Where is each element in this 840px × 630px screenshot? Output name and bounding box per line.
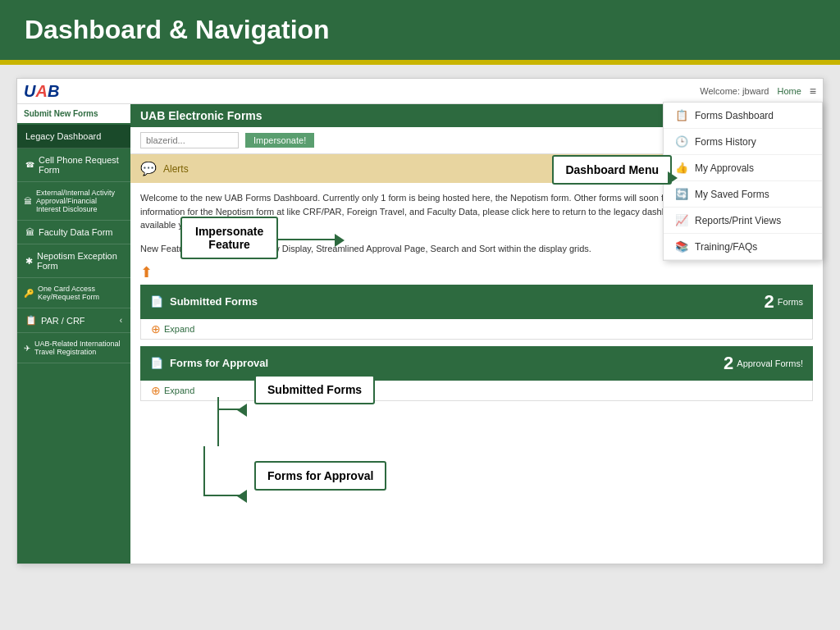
sidebar-item-label: One Card Access Key/Request Form (38, 285, 122, 301)
sidebar-item-label: UAB-Related International Travel Registr… (34, 340, 122, 356)
slide-header: Dashboard & Navigation (0, 0, 840, 60)
submitted-forms-title-group: 📄 Submitted Forms (150, 295, 258, 308)
phone-icon: ☎ (25, 161, 34, 169)
app-topbar: UAB Welcome: jbward Home ≡ (17, 79, 823, 104)
par-icon: 📋 (25, 315, 37, 326)
sidebar-item-label: PAR / CRF (41, 316, 85, 326)
upload-icon[interactable]: ⬆ (140, 264, 153, 281)
nepotism-icon: ✱ (25, 256, 33, 267)
menu-item-label: Training/FAQs (695, 241, 757, 253)
forms-approval-count: 2 (724, 353, 733, 374)
menu-item-label: Forms History (695, 136, 756, 148)
menu-item-approvals[interactable]: 👍 My Approvals (664, 155, 822, 181)
expand-icon: ⊕ (151, 322, 161, 336)
key-icon: 🔑 (24, 289, 34, 298)
sidebar-item-onecard[interactable]: 🔑 One Card Access Key/Request Form (17, 278, 130, 308)
submitted-forms-title: Submitted Forms (170, 295, 258, 308)
menu-item-reports[interactable]: 📈 Reports/Print Views (664, 208, 822, 234)
forms-approval-count-label: Approval Forms! (737, 358, 803, 368)
slide-title: Dashboard & Navigation (25, 15, 815, 45)
impersonate-input[interactable] (140, 132, 239, 148)
reports-icon: 📈 (675, 214, 688, 226)
impersonate-button[interactable]: Impersonate! (245, 133, 314, 148)
sidebar-item-label: Nepotism Exception Form (37, 251, 122, 271)
alerts-label: Alerts (163, 163, 189, 175)
expand-label: Expand (164, 324, 194, 334)
submitted-forms-icon: 📄 (150, 295, 163, 308)
submitted-forms-count-label: Forms (778, 297, 803, 307)
menu-item-label: Forms Dashboard (695, 110, 774, 121)
sidebar-item-label: Cell Phone Request Form (39, 155, 122, 175)
submitted-forms-card: 📄 Submitted Forms 2 Forms ⊕ Expand (140, 285, 813, 340)
travel-icon: ✈ (24, 344, 30, 353)
submitted-forms-count-group: 2 Forms (765, 291, 803, 313)
submitted-forms-header: 📄 Submitted Forms 2 Forms (140, 285, 813, 319)
menu-item-saved[interactable]: 🔄 My Saved Forms (664, 181, 822, 208)
saved-icon: 🔄 (675, 188, 688, 200)
forms-approval-icon: 📄 (150, 357, 163, 369)
forms-approval-count-group: 2 Approval Forms! (724, 353, 803, 374)
training-icon: 📚 (675, 240, 688, 253)
menu-item-training[interactable]: 📚 Training/FAQs (664, 234, 822, 260)
app-body: Submit New Forms Legacy Dashboard ☎ Cell… (17, 104, 823, 564)
uab-logo: UAB (24, 82, 59, 100)
forms-approval-title: Forms for Approval (170, 357, 268, 369)
topbar-right: Welcome: jbward Home ≡ (700, 84, 816, 98)
menu-item-label: Reports/Print Views (695, 215, 781, 226)
app-frame: UAB Welcome: jbward Home ≡ Submit New Fo… (16, 78, 824, 564)
sidebar-item-par[interactable]: 📋 PAR / CRF ‹ (17, 308, 130, 333)
menu-item-label: My Approvals (695, 162, 754, 174)
approvals-icon: 👍 (675, 162, 688, 174)
sidebar: Submit New Forms Legacy Dashboard ☎ Cell… (17, 104, 130, 564)
expand-label-2: Expand (164, 386, 194, 395)
menu-icon[interactable]: ≡ (810, 84, 816, 98)
menu-item-dashboard[interactable]: 📋 Forms Dashboard (664, 103, 822, 129)
sidebar-item-label: Legacy Dashboard (25, 131, 101, 141)
dashboard-menu: 📋 Forms Dashboard 🕒 Forms History 👍 My A… (663, 102, 823, 261)
sidebar-item-label: External/Internal Activity Approval/Fina… (36, 189, 122, 213)
sidebar-item-legacy[interactable]: Legacy Dashboard (17, 125, 130, 148)
welcome-text: Welcome: jbward (700, 86, 769, 96)
upload-row: ⬆ (130, 260, 823, 285)
submitted-forms-count: 2 (765, 291, 774, 313)
history-icon: 🕒 (675, 135, 688, 148)
submitted-forms-expand[interactable]: ⊕ Expand (140, 319, 813, 340)
faculty-icon: 🏛 (25, 227, 34, 237)
building-icon: 🏛 (24, 197, 32, 206)
alerts-icon: 💬 (140, 161, 157, 176)
sidebar-item-nepotism[interactable]: ✱ Nepotism Exception Form (17, 244, 130, 278)
sidebar-item-activity[interactable]: 🏛 External/Internal Activity Approval/Fi… (17, 182, 130, 221)
expand-icon-2: ⊕ (151, 384, 161, 397)
dashboard-icon: 📋 (675, 109, 688, 121)
sidebar-item-faculty[interactable]: 🏛 Faculty Data Form (17, 221, 130, 244)
sidebar-item-cellphone[interactable]: ☎ Cell Phone Request Form (17, 148, 130, 182)
forms-approval-card: 📄 Forms for Approval 2 Approval Forms! ⊕… (140, 346, 813, 401)
main-wrapper: UAB Welcome: jbward Home ≡ Submit New Fo… (0, 65, 840, 578)
home-link[interactable]: Home (777, 86, 801, 96)
menu-item-history[interactable]: 🕒 Forms History (664, 129, 822, 155)
sidebar-item-travel[interactable]: ✈ UAB-Related International Travel Regis… (17, 333, 130, 363)
forms-approval-title-group: 📄 Forms for Approval (150, 357, 268, 369)
menu-item-label: My Saved Forms (695, 189, 769, 200)
forms-approval-header: 📄 Forms for Approval 2 Approval Forms! (140, 346, 813, 381)
forms-approval-expand[interactable]: ⊕ Expand (140, 381, 813, 401)
sidebar-item-label: Faculty Data Form (39, 227, 112, 237)
sidebar-brand: Submit New Forms (17, 104, 130, 125)
